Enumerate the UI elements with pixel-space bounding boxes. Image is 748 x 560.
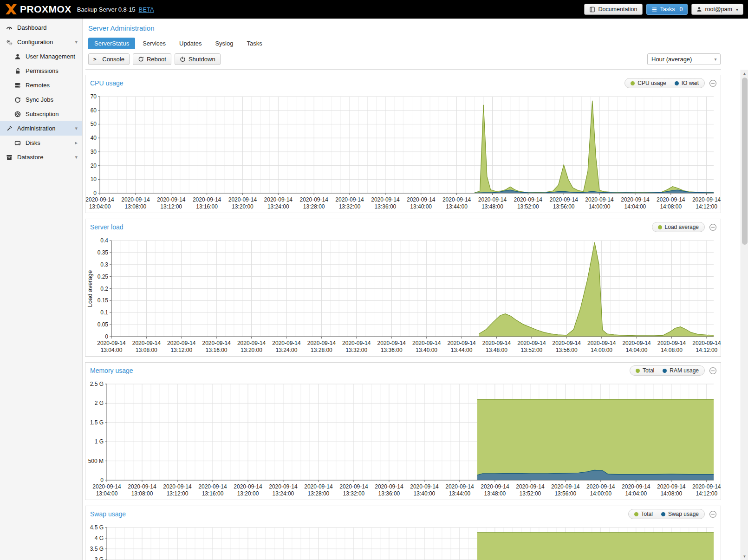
beta-link[interactable]: BETA (139, 6, 154, 13)
panel-title: CPU usage (90, 79, 124, 87)
chart-panel-cpu-usage: CPU usageCPU usageIO wait010203040506070… (85, 75, 721, 213)
svg-text:2020-09-14: 2020-09-14 (97, 340, 126, 346)
svg-text:2020-09-14: 2020-09-14 (586, 483, 615, 490)
vertical-scrollbar[interactable]: ▲ ▼ (741, 70, 748, 560)
legend-item-total[interactable]: Total (636, 367, 654, 374)
svg-text:0.25: 0.25 (98, 273, 109, 280)
svg-text:2020-09-14: 2020-09-14 (447, 340, 476, 346)
scroll-up-icon[interactable]: ▲ (741, 70, 748, 77)
svg-text:14:12:00: 14:12:00 (696, 203, 717, 210)
tab-syslog[interactable]: Syslog (209, 38, 239, 49)
svg-text:2020-09-14: 2020-09-14 (163, 483, 192, 490)
collapse-icon[interactable] (709, 223, 717, 231)
svg-text:0: 0 (100, 477, 104, 483)
svg-text:13:32:00: 13:32:00 (339, 203, 361, 210)
tab-tasks[interactable]: Tasks (241, 38, 268, 49)
legend-dot-icon (631, 81, 635, 85)
collapse-icon[interactable] (709, 367, 717, 375)
sidebar-item-configuration[interactable]: Configuration▾ (0, 35, 82, 49)
svg-text:2020-09-14: 2020-09-14 (202, 340, 231, 346)
svg-text:2020-09-14: 2020-09-14 (304, 483, 333, 490)
tasks-button[interactable]: Tasks 0 (646, 4, 688, 15)
svg-text:13:08:00: 13:08:00 (125, 203, 147, 210)
svg-text:13:48:00: 13:48:00 (486, 347, 507, 353)
chevron-down-icon[interactable]: ▾ (75, 125, 78, 131)
page-title: Server Administration (88, 24, 748, 32)
svg-text:2020-09-14: 2020-09-14 (550, 196, 579, 203)
timeframe-select[interactable]: Hour (average) ▾ (647, 53, 721, 65)
svg-text:2020-09-14: 2020-09-14 (587, 340, 616, 346)
svg-text:0.3: 0.3 (100, 261, 108, 268)
legend-label: Swap usage (668, 511, 699, 517)
chevron-right-icon[interactable]: ▸ (75, 140, 78, 146)
sidebar-item-administration[interactable]: Administration▾ (0, 121, 82, 136)
svg-text:1 G: 1 G (95, 438, 104, 445)
reboot-button[interactable]: Reboot (133, 53, 171, 65)
server-load-chart: 00.050.10.150.20.250.30.350.42020-09-141… (85, 235, 721, 356)
documentation-button[interactable]: Documentation (584, 4, 642, 15)
chart-legend: CPU usageIO wait (624, 78, 705, 88)
legend-item-io-wait[interactable]: IO wait (675, 80, 699, 86)
archive-icon (6, 154, 13, 161)
sidebar-item-disks[interactable]: Disks▸ (0, 136, 82, 150)
svg-text:13:36:00: 13:36:00 (375, 203, 397, 210)
svg-text:13:16:00: 13:16:00 (206, 347, 228, 353)
tab-serverstatus[interactable]: ServerStatus (88, 38, 135, 49)
panel-title: Server load (90, 223, 124, 231)
svg-text:13:48:00: 13:48:00 (484, 490, 506, 497)
svg-text:13:32:00: 13:32:00 (345, 347, 367, 353)
tab-updates[interactable]: Updates (173, 38, 208, 49)
sidebar-item-label: Subscription (26, 111, 59, 117)
legend-item-ram-usage[interactable]: RAM usage (663, 367, 699, 374)
collapse-icon[interactable] (709, 79, 717, 87)
sidebar-item-remotes[interactable]: Remotes (0, 78, 82, 92)
svg-text:13:40:00: 13:40:00 (410, 203, 432, 210)
scrollbar-thumb[interactable] (742, 78, 748, 245)
sidebar-item-datastore[interactable]: Datastore▾ (0, 150, 82, 164)
scroll-down-icon[interactable]: ▼ (741, 553, 748, 560)
collapse-icon[interactable] (709, 510, 717, 518)
svg-text:2020-09-14: 2020-09-14 (339, 483, 368, 490)
sidebar-item-permissions[interactable]: Permissions (0, 64, 82, 78)
sidebar-item-user-management[interactable]: User Management (0, 49, 82, 64)
memory-usage-chart: 0500 M1 G1.5 G2 G2.5 G2020-09-1413:04:00… (85, 378, 721, 500)
sync-icon (14, 97, 21, 103)
chevron-down-icon[interactable]: ▾ (75, 39, 78, 45)
legend-item-swap-usage[interactable]: Swap usage (661, 511, 699, 517)
legend-label: CPU usage (637, 80, 666, 86)
svg-text:40: 40 (91, 135, 97, 141)
shutdown-button[interactable]: Shutdown (175, 53, 221, 65)
content-area: Server Administration ServerStatusServic… (83, 19, 748, 560)
svg-text:3 G: 3 G (95, 556, 104, 560)
brand-text: PROXMOX (20, 4, 72, 15)
svg-text:2020-09-14: 2020-09-14 (585, 196, 614, 203)
tab-services[interactable]: Services (137, 38, 172, 49)
svg-text:2020-09-14: 2020-09-14 (342, 340, 371, 346)
user-menu-button[interactable]: root@pam ▾ (691, 4, 743, 15)
svg-text:2020-09-14: 2020-09-14 (272, 340, 301, 346)
panel-header: CPU usageCPU usageIO wait (85, 75, 721, 91)
svg-text:13:52:00: 13:52:00 (520, 490, 541, 497)
chevron-down-icon[interactable]: ▾ (75, 154, 78, 160)
svg-text:2020-09-14: 2020-09-14 (478, 196, 507, 203)
svg-text:0.05: 0.05 (98, 321, 109, 328)
chart-panel-server-load: Server loadLoad average00.050.10.150.20.… (85, 219, 721, 357)
legend-item-total[interactable]: Total (634, 511, 653, 517)
sidebar-item-sync-jobs[interactable]: Sync Jobs (0, 92, 82, 107)
legend-item-cpu-usage[interactable]: CPU usage (631, 80, 666, 86)
svg-text:13:40:00: 13:40:00 (414, 490, 436, 497)
sidebar-item-dashboard[interactable]: Dashboard (0, 20, 82, 35)
svg-text:13:32:00: 13:32:00 (343, 490, 365, 497)
legend-dot-icon (675, 81, 679, 85)
svg-text:2020-09-14: 2020-09-14 (517, 340, 546, 346)
console-button[interactable]: >_ Console (88, 53, 130, 65)
sidebar-item-subscription[interactable]: Subscription (0, 107, 82, 121)
legend-item-load-average[interactable]: Load average (658, 224, 699, 230)
svg-text:2020-09-14: 2020-09-14 (132, 340, 161, 346)
svg-text:2020-09-14: 2020-09-14 (307, 340, 336, 346)
legend-label: Total (641, 511, 653, 517)
svg-text:30: 30 (91, 149, 97, 155)
svg-text:13:28:00: 13:28:00 (303, 203, 325, 210)
power-icon (180, 56, 186, 62)
svg-text:2020-09-14: 2020-09-14 (410, 483, 439, 490)
